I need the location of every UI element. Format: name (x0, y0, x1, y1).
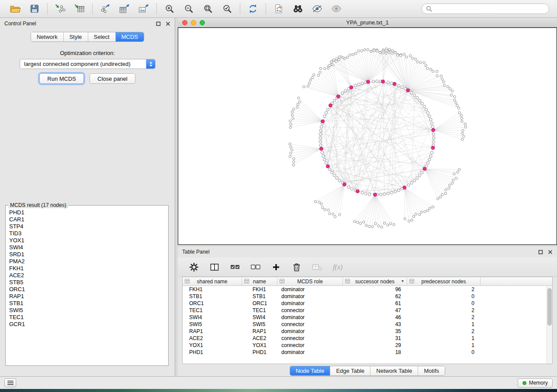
import-network-button[interactable] (53, 2, 68, 15)
document-share-icon (274, 3, 284, 14)
table-row[interactable]: SWI4 SWI4 dominator 46 2 (183, 314, 552, 321)
column-settings-button[interactable] (187, 261, 201, 273)
cell-name: PHD1 (242, 349, 277, 355)
select-all-button[interactable] (228, 261, 242, 273)
window-minimize-button[interactable] (191, 20, 196, 25)
mcds-node-item[interactable]: CAR1 (9, 216, 168, 223)
run-mcds-button[interactable]: Run MCDS (39, 73, 84, 84)
mcds-node-item[interactable]: SWI4 (9, 244, 168, 251)
cell-mcds-role: dominator (277, 286, 343, 292)
column-header[interactable]: successor nodes ▾ (343, 277, 407, 285)
export-document-button[interactable] (271, 2, 286, 15)
mcds-node-item[interactable]: ORC1 (9, 286, 168, 293)
mcds-node-item[interactable]: FKH1 (9, 265, 168, 272)
column-header-label: shared name (197, 279, 227, 285)
export-network-button[interactable] (98, 2, 113, 15)
table-tab[interactable]: Network Table (370, 366, 418, 375)
close-panel-icon[interactable] (166, 21, 170, 26)
mcds-node-item[interactable]: YOX1 (9, 237, 168, 244)
zoom-selected-button[interactable] (220, 2, 235, 15)
binoculars-icon (292, 4, 304, 14)
float-panel-icon[interactable] (538, 250, 543, 254)
cell-predecessor-nodes: 2 (407, 286, 481, 292)
mcds-node-item[interactable]: SWI5 (9, 307, 168, 314)
table-tab[interactable]: Edge Table (330, 366, 370, 375)
task-history-button[interactable] (4, 378, 16, 387)
mcds-node-item[interactable]: STB5 (9, 279, 168, 286)
export-image-button[interactable] (136, 2, 151, 15)
network-canvas[interactable] (178, 28, 557, 245)
table-row[interactable]: SWI5 SWI5 connector 43 1 (183, 321, 552, 328)
open-file-button[interactable] (8, 2, 23, 15)
sort-arrow-icon: ▾ (401, 279, 404, 283)
hide-details-button[interactable] (310, 2, 325, 15)
dropdown-arrows-icon (146, 59, 155, 69)
table-row[interactable]: TEC1 TEC1 connector 47 2 (183, 307, 552, 314)
table-row[interactable]: ORC1 ORC1 dominator 61 0 (183, 300, 552, 307)
table-tab[interactable]: Node Table (290, 366, 331, 375)
cell-name: STB1 (242, 293, 277, 299)
export-table-button[interactable] (117, 2, 132, 15)
cell-predecessor-nodes: 2 (407, 328, 481, 334)
cell-shared-name: STB1 (183, 293, 242, 299)
zoom-in-button[interactable] (162, 2, 177, 15)
column-header[interactable]: shared name ▾ (183, 277, 242, 285)
cell-name: TEC1 (242, 307, 277, 313)
toolbar-separator (266, 3, 266, 14)
save-session-button[interactable] (27, 2, 42, 15)
column-header[interactable]: MCDS role ▾ (277, 277, 343, 285)
table-row[interactable]: FKH1 FKH1 dominator 96 2 (183, 286, 552, 293)
control-panel-tab[interactable]: Network (31, 32, 64, 41)
select-all-icon (230, 263, 240, 272)
column-header[interactable]: predecessor nodes ▾ (407, 277, 481, 285)
control-panel-tab[interactable]: Style (64, 32, 88, 41)
zoom-fit-button[interactable] (201, 2, 215, 15)
scrollbar-thumb[interactable] (547, 288, 552, 326)
window-close-button[interactable] (182, 20, 187, 25)
float-panel-icon[interactable] (156, 21, 161, 26)
cell-mcds-role: dominator (277, 293, 343, 299)
table-row[interactable]: ACE2 ACE2 connector 31 1 (183, 335, 552, 342)
mcds-node-item[interactable]: GCR1 (9, 321, 168, 328)
zoom-out-button[interactable] (181, 2, 196, 15)
control-panel-tab[interactable]: Select (88, 32, 116, 41)
cell-name: ACE2 (242, 335, 277, 341)
mcds-node-item[interactable]: SRD1 (9, 251, 168, 258)
column-header[interactable]: name ▾ (242, 277, 277, 285)
criterion-dropdown[interactable]: largest connected component (undirected) (20, 59, 156, 69)
table-row[interactable]: STB1 STB1 dominator 62 0 (183, 293, 552, 300)
delete-column-button[interactable] (290, 261, 303, 273)
mcds-node-item[interactable]: STB1 (9, 300, 168, 307)
table-row[interactable]: PHD1 PHD1 dominator 18 0 (183, 349, 552, 356)
cell-predecessor-nodes: 1 (407, 321, 481, 327)
window-maximize-button[interactable] (200, 20, 205, 25)
table-tab[interactable]: Motifs (418, 366, 445, 375)
search-box[interactable] (422, 3, 549, 14)
mcds-node-item[interactable]: STP4 (9, 223, 168, 230)
mcds-node-item[interactable]: ACE2 (9, 272, 168, 279)
mcds-node-item[interactable]: RAP1 (9, 293, 168, 300)
mcds-node-item[interactable]: PMA2 (9, 258, 168, 265)
close-panel-button[interactable]: Close panel (90, 73, 135, 84)
control-panel-tab[interactable]: MCDS (116, 32, 144, 41)
show-columns-button[interactable] (208, 261, 221, 273)
apply-layout-button[interactable] (246, 2, 260, 15)
mcds-node-item[interactable]: PHD1 (9, 209, 168, 216)
export-group (94, 2, 155, 15)
cell-mcds-role: connector (277, 342, 343, 348)
deselect-all-button[interactable] (249, 261, 262, 273)
cell-shared-name: SWI4 (183, 314, 242, 320)
find-button[interactable] (291, 2, 305, 15)
close-panel-icon[interactable] (548, 250, 553, 254)
memory-button[interactable]: Memory (518, 378, 553, 388)
memory-status-icon (522, 381, 526, 385)
table-row[interactable]: RAP1 RAP1 dominator 35 2 (183, 328, 552, 335)
table-scrollbar[interactable] (547, 286, 552, 364)
search-input[interactable] (435, 6, 545, 12)
create-column-button[interactable] (270, 261, 283, 273)
mcds-node-item[interactable]: TID3 (9, 230, 168, 237)
import-table-button[interactable] (72, 2, 87, 15)
mcds-node-item[interactable]: TEC1 (9, 314, 168, 321)
network-window-titlebar[interactable]: YPA_prune.txt_1 (178, 18, 557, 28)
table-row[interactable]: YOX1 YOX1 connector 29 1 (183, 342, 552, 349)
